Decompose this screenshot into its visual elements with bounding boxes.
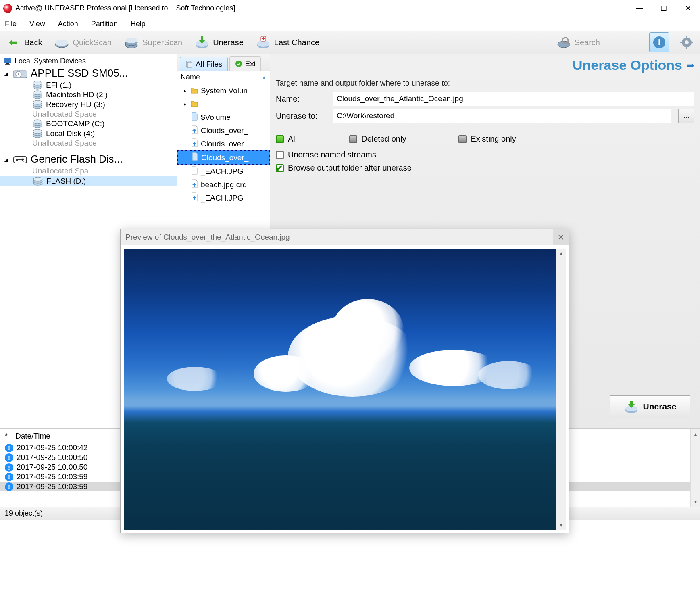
column-header-name[interactable]: Name ▲ (177, 71, 270, 84)
volume-label: Local Disk (4:) (46, 129, 95, 138)
info-badge-icon: ! (5, 444, 13, 452)
menu-file[interactable]: File (3, 18, 18, 30)
volume-label: Recovery HD (3:) (46, 100, 105, 109)
svg-point-41 (33, 129, 42, 134)
maximize-button[interactable]: ☐ (652, 0, 676, 17)
log-scrollbar[interactable]: ▴ ▾ (690, 429, 700, 507)
back-button[interactable]: ⬅ Back (3, 33, 44, 52)
volume-row[interactable]: Macintosh HD (2:) (0, 90, 177, 100)
minimize-button[interactable]: — (627, 0, 652, 17)
radio-all[interactable]: All (276, 134, 297, 144)
file-row[interactable]: _EACH.JPG (177, 165, 270, 178)
volume-row[interactable]: BOOTCAMP (C:) (0, 119, 177, 129)
file-icon (191, 152, 199, 163)
preview-close-button[interactable]: ✕ (553, 229, 569, 245)
menubar: File View Action Partition Help (0, 17, 700, 31)
browse-button[interactable]: ... (678, 109, 694, 123)
preview-titlebar[interactable]: Preview of Clouds_over_the_Atlantic_Ocea… (121, 229, 569, 245)
status-object-count: 19 object(s) (5, 509, 43, 518)
volume-label: BOOTCAMP (C:) (46, 119, 104, 128)
volume-row[interactable]: Local Disk (4:) (0, 129, 177, 138)
file-icon (190, 111, 198, 123)
tab-existing[interactable]: Exi (229, 56, 261, 71)
menu-partition[interactable]: Partition (90, 18, 119, 30)
panel-description: Target name and output folder where to u… (276, 79, 694, 88)
usb-icon (13, 154, 27, 165)
file-row[interactable]: Clouds_over_ (177, 137, 270, 150)
scroll-up-icon[interactable]: ▴ (691, 429, 700, 439)
settings-button[interactable] (677, 32, 697, 52)
volume-row[interactable]: Recovery HD (3:) (0, 100, 177, 109)
radio-existing[interactable]: Existing only (458, 134, 516, 144)
collapse-icon[interactable]: ◢ (2, 156, 10, 163)
volume-label: Unallocated Space (32, 139, 97, 148)
volume-row[interactable]: EFI (1:) (0, 80, 177, 90)
svg-rect-18 (686, 46, 688, 49)
file-icon (190, 179, 198, 190)
file-icon (190, 85, 198, 96)
radio-checked-icon (276, 135, 284, 143)
log-datetime: 2017-09-25 10:03:59 (17, 482, 88, 491)
unerase-action-button[interactable]: Unerase (610, 395, 690, 418)
collapse-icon[interactable]: ◢ (2, 70, 10, 77)
scroll-down-icon[interactable]: ▾ (691, 497, 700, 507)
files-icon (185, 60, 193, 68)
search-label: Search (575, 38, 600, 47)
gear-icon (680, 36, 694, 49)
close-button[interactable]: ✕ (676, 0, 700, 17)
expand-icon[interactable]: ▸ (182, 101, 188, 107)
preview-scrollbar[interactable]: ▴ ▾ (556, 249, 566, 530)
tab-all-files[interactable]: All Files (180, 57, 228, 71)
svg-text:i: i (658, 37, 660, 47)
tab-label: Exi (245, 59, 256, 68)
name-input[interactable] (333, 92, 694, 106)
scroll-up-icon[interactable]: ▴ (560, 250, 562, 256)
scroll-down-icon[interactable]: ▾ (560, 522, 562, 528)
radio-label: Deleted only (361, 134, 406, 144)
info-badge-icon: ! (5, 453, 13, 462)
expand-icon[interactable]: ▸ (182, 88, 188, 94)
radio-deleted[interactable]: Deleted only (349, 134, 406, 144)
checkbox-label: Browse output folder after unerase (288, 163, 412, 173)
info-button[interactable]: i (649, 32, 669, 52)
file-row[interactable]: beach.jpg.crd (177, 178, 270, 191)
preview-window: Preview of Clouds_over_the_Atlantic_Ocea… (120, 229, 569, 533)
file-row[interactable]: Clouds_over_ (177, 150, 270, 165)
disk-row-apple[interactable]: ◢ APPLE SSD SM05... (0, 66, 177, 80)
superscan-button[interactable]: SuperScan (121, 33, 185, 52)
menu-help[interactable]: Help (129, 18, 147, 30)
next-arrow-icon[interactable]: ➡ (686, 60, 694, 71)
log-col-datetime: Date/Time (15, 432, 50, 441)
menu-view[interactable]: View (28, 18, 47, 30)
file-row[interactable]: _EACH.JPG (177, 191, 270, 205)
column-label: Name (181, 73, 200, 81)
file-name: Clouds_over_ (201, 126, 248, 135)
checkbox-streams[interactable]: Unerase named streams (276, 150, 694, 159)
file-row[interactable]: $Volume (177, 111, 270, 124)
titlebar: Active@ UNERASER Professional [Licensed … (0, 0, 700, 17)
menu-action[interactable]: Action (56, 18, 80, 30)
checkbox-label: Unerase named streams (288, 150, 376, 159)
search-button[interactable]: Search (554, 33, 602, 52)
volume-row[interactable]: Unallocated Space (0, 138, 177, 148)
log-datetime: 2017-09-25 10:00:50 (17, 453, 88, 462)
disk-row-flash[interactable]: ◢ Generic Flash Dis... (0, 152, 177, 166)
unerase-button[interactable]: Unerase (192, 33, 246, 52)
search-icon (556, 35, 571, 50)
preview-title-text: Preview of Clouds_over_the_Atlantic_Ocea… (125, 233, 290, 242)
quickscan-icon (54, 35, 69, 50)
lastchance-button[interactable]: Last Chance (253, 33, 322, 52)
file-row[interactable]: Clouds_over_ (177, 124, 270, 137)
file-row[interactable]: ▸ (177, 97, 270, 111)
back-arrow-icon: ⬅ (6, 35, 21, 50)
volume-row[interactable]: FLASH (D:) (0, 176, 177, 186)
checkbox-browse-after[interactable]: ✔ Browse output folder after unerase (276, 163, 694, 173)
svg-point-43 (16, 159, 18, 161)
tree-header: Local System Devices (0, 56, 177, 66)
volume-row[interactable]: Unallocated Spa (0, 166, 177, 176)
volume-row[interactable]: Unallocated Space (0, 109, 177, 119)
quickscan-button[interactable]: QuickScan (52, 33, 114, 52)
unerase-to-input[interactable] (333, 109, 671, 123)
file-row[interactable]: ▸ System Volun (177, 84, 270, 97)
svg-point-16 (685, 40, 689, 44)
